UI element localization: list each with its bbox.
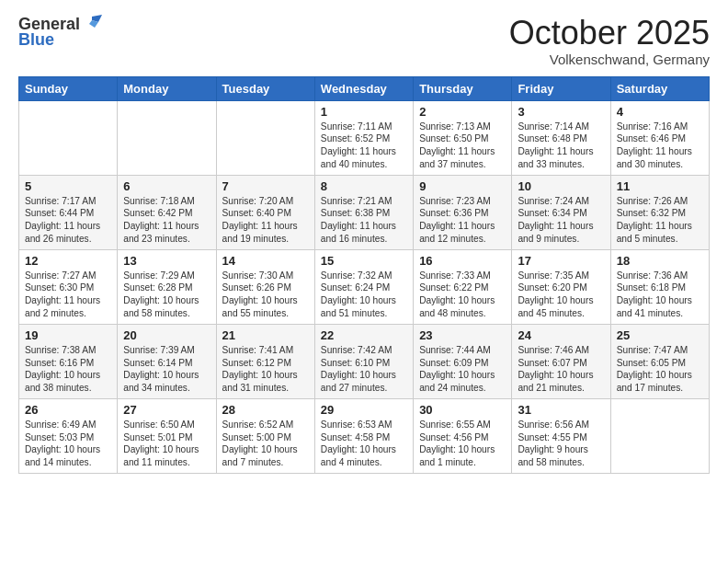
day-number: 1	[321, 105, 407, 119]
day-info: Sunrise: 7:13 AM Sunset: 6:50 PM Dayligh…	[419, 121, 506, 171]
day-info: Sunrise: 7:39 AM Sunset: 6:14 PM Dayligh…	[123, 344, 210, 395]
calendar-cell: 7Sunrise: 7:20 AM Sunset: 6:40 PM Daylig…	[216, 175, 314, 249]
day-number: 26	[25, 403, 111, 417]
day-number: 9	[419, 179, 506, 193]
calendar-cell	[216, 100, 314, 175]
day-number: 6	[123, 179, 210, 193]
calendar-cell: 19Sunrise: 7:38 AM Sunset: 6:16 PM Dayli…	[19, 324, 118, 398]
calendar-header-row: Sunday Monday Tuesday Wednesday Thursday…	[19, 76, 710, 100]
calendar-week-row: 26Sunrise: 6:49 AM Sunset: 5:03 PM Dayli…	[19, 398, 710, 473]
day-info: Sunrise: 7:16 AM Sunset: 6:46 PM Dayligh…	[617, 121, 703, 171]
calendar-cell: 20Sunrise: 7:39 AM Sunset: 6:14 PM Dayli…	[118, 324, 216, 398]
col-wednesday: Wednesday	[314, 76, 413, 100]
col-sunday: Sunday	[19, 76, 118, 100]
day-number: 27	[123, 403, 210, 417]
day-info: Sunrise: 6:50 AM Sunset: 5:01 PM Dayligh…	[123, 419, 210, 469]
calendar-cell: 25Sunrise: 7:47 AM Sunset: 6:05 PM Dayli…	[610, 324, 709, 398]
day-info: Sunrise: 7:46 AM Sunset: 6:07 PM Dayligh…	[518, 344, 604, 395]
calendar-table: Sunday Monday Tuesday Wednesday Thursday…	[18, 76, 710, 474]
calendar-cell: 12Sunrise: 7:27 AM Sunset: 6:30 PM Dayli…	[19, 249, 118, 324]
calendar-week-row: 5Sunrise: 7:17 AM Sunset: 6:44 PM Daylig…	[19, 175, 710, 249]
calendar-cell: 18Sunrise: 7:36 AM Sunset: 6:18 PM Dayli…	[610, 249, 709, 324]
day-number: 21	[222, 328, 309, 342]
day-info: Sunrise: 6:56 AM Sunset: 4:55 PM Dayligh…	[518, 419, 604, 469]
col-monday: Monday	[118, 76, 216, 100]
day-info: Sunrise: 7:11 AM Sunset: 6:52 PM Dayligh…	[321, 121, 407, 171]
calendar-cell: 15Sunrise: 7:32 AM Sunset: 6:24 PM Dayli…	[314, 249, 413, 324]
calendar-cell	[19, 100, 118, 175]
logo-bird-icon	[82, 13, 102, 33]
calendar-cell: 9Sunrise: 7:23 AM Sunset: 6:36 PM Daylig…	[414, 175, 512, 249]
day-info: Sunrise: 6:53 AM Sunset: 4:58 PM Dayligh…	[321, 419, 407, 469]
calendar-cell: 23Sunrise: 7:44 AM Sunset: 6:09 PM Dayli…	[414, 324, 512, 398]
day-info: Sunrise: 7:36 AM Sunset: 6:18 PM Dayligh…	[617, 270, 703, 320]
day-info: Sunrise: 7:17 AM Sunset: 6:44 PM Dayligh…	[25, 195, 111, 246]
day-info: Sunrise: 7:21 AM Sunset: 6:38 PM Dayligh…	[321, 195, 407, 246]
calendar-cell: 4Sunrise: 7:16 AM Sunset: 6:46 PM Daylig…	[610, 100, 709, 175]
col-friday: Friday	[512, 76, 610, 100]
calendar-cell: 5Sunrise: 7:17 AM Sunset: 6:44 PM Daylig…	[19, 175, 118, 249]
day-number: 28	[222, 403, 309, 417]
day-info: Sunrise: 7:23 AM Sunset: 6:36 PM Dayligh…	[419, 195, 506, 246]
day-number: 2	[419, 105, 506, 119]
calendar-subtitle: Volkenschwand, Germany	[509, 52, 710, 67]
day-number: 3	[518, 105, 604, 119]
calendar-week-row: 12Sunrise: 7:27 AM Sunset: 6:30 PM Dayli…	[19, 249, 710, 324]
calendar-cell: 1Sunrise: 7:11 AM Sunset: 6:52 PM Daylig…	[314, 100, 413, 175]
calendar-cell: 22Sunrise: 7:42 AM Sunset: 6:10 PM Dayli…	[314, 324, 413, 398]
day-info: Sunrise: 7:47 AM Sunset: 6:05 PM Dayligh…	[617, 344, 703, 395]
calendar-cell: 31Sunrise: 6:56 AM Sunset: 4:55 PM Dayli…	[512, 398, 610, 473]
day-number: 25	[617, 328, 703, 342]
day-number: 10	[518, 179, 604, 193]
day-number: 13	[123, 254, 210, 268]
calendar-cell: 27Sunrise: 6:50 AM Sunset: 5:01 PM Dayli…	[118, 398, 216, 473]
calendar-cell: 16Sunrise: 7:33 AM Sunset: 6:22 PM Dayli…	[414, 249, 512, 324]
calendar-cell: 14Sunrise: 7:30 AM Sunset: 6:26 PM Dayli…	[216, 249, 314, 324]
calendar-cell: 10Sunrise: 7:24 AM Sunset: 6:34 PM Dayli…	[512, 175, 610, 249]
day-info: Sunrise: 6:49 AM Sunset: 5:03 PM Dayligh…	[25, 419, 111, 469]
day-number: 17	[518, 254, 604, 268]
col-tuesday: Tuesday	[216, 76, 314, 100]
calendar-cell: 3Sunrise: 7:14 AM Sunset: 6:48 PM Daylig…	[512, 100, 610, 175]
calendar-cell	[610, 398, 709, 473]
day-number: 30	[419, 403, 506, 417]
day-info: Sunrise: 7:30 AM Sunset: 6:26 PM Dayligh…	[222, 270, 309, 320]
day-info: Sunrise: 7:32 AM Sunset: 6:24 PM Dayligh…	[321, 270, 407, 320]
day-number: 7	[222, 179, 309, 193]
day-info: Sunrise: 7:33 AM Sunset: 6:22 PM Dayligh…	[419, 270, 506, 320]
day-info: Sunrise: 6:52 AM Sunset: 5:00 PM Dayligh…	[222, 419, 309, 469]
col-thursday: Thursday	[414, 76, 512, 100]
day-info: Sunrise: 6:55 AM Sunset: 4:56 PM Dayligh…	[419, 419, 506, 469]
day-number: 23	[419, 328, 506, 342]
calendar-cell: 13Sunrise: 7:29 AM Sunset: 6:28 PM Dayli…	[118, 249, 216, 324]
day-number: 20	[123, 328, 210, 342]
calendar-cell: 28Sunrise: 6:52 AM Sunset: 5:00 PM Dayli…	[216, 398, 314, 473]
col-saturday: Saturday	[610, 76, 709, 100]
header: General Blue October 2025 Volkenschwand,…	[18, 15, 710, 67]
day-number: 5	[25, 179, 111, 193]
calendar-week-row: 1Sunrise: 7:11 AM Sunset: 6:52 PM Daylig…	[19, 100, 710, 175]
calendar-cell: 8Sunrise: 7:21 AM Sunset: 6:38 PM Daylig…	[314, 175, 413, 249]
day-info: Sunrise: 7:27 AM Sunset: 6:30 PM Dayligh…	[25, 270, 111, 320]
title-block: October 2025 Volkenschwand, Germany	[509, 15, 710, 67]
day-info: Sunrise: 7:26 AM Sunset: 6:32 PM Dayligh…	[617, 195, 703, 246]
day-number: 15	[321, 254, 407, 268]
day-number: 22	[321, 328, 407, 342]
calendar-cell: 17Sunrise: 7:35 AM Sunset: 6:20 PM Dayli…	[512, 249, 610, 324]
day-info: Sunrise: 7:14 AM Sunset: 6:48 PM Dayligh…	[518, 121, 604, 171]
logo: General Blue	[18, 15, 102, 50]
calendar-cell: 2Sunrise: 7:13 AM Sunset: 6:50 PM Daylig…	[414, 100, 512, 175]
day-info: Sunrise: 7:35 AM Sunset: 6:20 PM Dayligh…	[518, 270, 604, 320]
day-number: 19	[25, 328, 111, 342]
day-info: Sunrise: 7:20 AM Sunset: 6:40 PM Dayligh…	[222, 195, 309, 246]
day-number: 31	[518, 403, 604, 417]
day-number: 8	[321, 179, 407, 193]
day-number: 11	[617, 179, 703, 193]
day-info: Sunrise: 7:18 AM Sunset: 6:42 PM Dayligh…	[123, 195, 210, 246]
day-number: 12	[25, 254, 111, 268]
calendar-cell: 29Sunrise: 6:53 AM Sunset: 4:58 PM Dayli…	[314, 398, 413, 473]
day-info: Sunrise: 7:44 AM Sunset: 6:09 PM Dayligh…	[419, 344, 506, 395]
calendar-title: October 2025	[509, 15, 710, 52]
day-number: 14	[222, 254, 309, 268]
day-number: 4	[617, 105, 703, 119]
